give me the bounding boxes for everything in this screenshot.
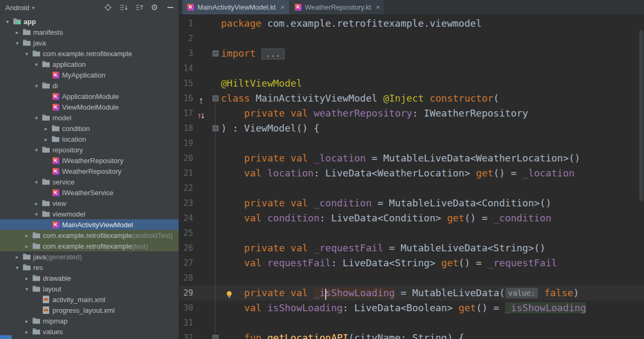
editor-tab[interactable]: KWeatherRepository.kt× — [290, 0, 385, 14]
settings-gear-icon[interactable]: ⚙ — [150, 3, 159, 12]
code-line[interactable]: 2 — [179, 31, 644, 46]
tree-item[interactable]: ▾java — [0, 37, 179, 48]
chevron-right-icon[interactable]: ▸ — [22, 233, 31, 238]
line-number[interactable]: 30 — [179, 301, 193, 315]
tree-item[interactable]: KMyApplication — [0, 70, 179, 80]
tree-item[interactable]: ▸drawable — [0, 273, 179, 283]
close-icon[interactable]: × — [280, 3, 285, 11]
code-line[interactable]: 25 — [179, 226, 644, 241]
tree-item[interactable]: ▸mipmap — [0, 315, 179, 326]
chevron-right-icon[interactable]: ▸ — [22, 329, 31, 335]
tree-item[interactable]: ▾service — [0, 176, 179, 187]
code-line[interactable]: 23 private val _condition = MutableLiveD… — [179, 196, 644, 211]
toolwindow-indicator[interactable] — [0, 335, 12, 339]
tree-item[interactable]: KIWeatherService — [0, 187, 179, 198]
line-number[interactable]: 32 — [179, 330, 193, 339]
tree-item[interactable]: ▾com.example.retrofitexample — [0, 48, 179, 59]
tree-item[interactable]: ▾repository — [0, 144, 179, 155]
hide-panel-icon[interactable] — [166, 3, 174, 12]
tree-item[interactable]: ▸com.example.retrofitexample (androidTes… — [0, 230, 179, 241]
tree-item[interactable]: ▾layout — [0, 283, 179, 294]
line-number[interactable]: 21 — [179, 166, 193, 181]
tree-item[interactable]: ▾res — [0, 262, 179, 273]
chevron-right-icon[interactable]: ▸ — [42, 136, 50, 142]
editor-scrollbar[interactable] — [639, 30, 643, 201]
project-view-selector[interactable]: Android ▾ — [5, 4, 35, 12]
tree-item[interactable]: ▾model — [0, 112, 179, 123]
code-line[interactable]: 18−) : ViewModel() { — [179, 121, 644, 136]
line-number[interactable]: 15 — [179, 76, 193, 91]
fold-icon[interactable]: − — [212, 335, 219, 339]
tree-item[interactable]: ▸condition — [0, 123, 179, 134]
line-number[interactable]: 25 — [179, 226, 193, 241]
tree-item[interactable]: KIWeatherRepository — [0, 155, 179, 166]
code-line[interactable]: 32− fun getLocationAPI(cityName: String)… — [179, 330, 644, 339]
expand-all-icon[interactable] — [119, 3, 128, 12]
code-line[interactable]: 14 — [179, 61, 644, 76]
line-number[interactable]: 22 — [179, 181, 193, 196]
chevron-right-icon[interactable]: ▸ — [22, 243, 31, 249]
code-line[interactable]: 16−class MainActivityViewModel @Inject c… — [179, 91, 644, 106]
tree-item[interactable]: ▾app — [0, 16, 179, 27]
line-number[interactable]: 14 — [179, 61, 193, 76]
chevron-right-icon[interactable]: ▸ — [32, 201, 41, 206]
code-line[interactable]: 21 val location: LiveData<WeatherLocatio… — [179, 166, 644, 181]
chevron-down-icon[interactable]: ▾ — [3, 19, 12, 25]
code-line[interactable]: 29 private val _isShowLoading = MutableL… — [179, 286, 644, 301]
tree-item[interactable]: ▸com.example.retrofitexample (test) — [0, 241, 179, 251]
tree-item[interactable]: ▾application — [0, 59, 179, 70]
chevron-right-icon[interactable]: ▸ — [22, 318, 31, 324]
tree-item[interactable]: ▸java (generated) — [0, 251, 179, 262]
code-line[interactable]: 22 — [179, 181, 644, 196]
line-number[interactable]: 17 — [179, 106, 193, 121]
line-number[interactable]: 27 — [179, 256, 193, 271]
folded-imports-chip[interactable]: ... — [262, 49, 285, 59]
close-icon[interactable]: × — [376, 3, 380, 11]
code-line[interactable]: 15@HiltViewModel — [179, 76, 644, 91]
line-number[interactable]: 31 — [179, 315, 193, 330]
chevron-right-icon[interactable]: ▸ — [42, 126, 50, 132]
code-line[interactable]: 31 — [179, 315, 644, 330]
code-line[interactable]: 1package com.example.retrofitexample.vie… — [179, 16, 644, 31]
code-line[interactable]: 20 private val _location = MutableLiveDa… — [179, 151, 644, 166]
chevron-down-icon[interactable]: ▾ — [22, 51, 31, 57]
tree-item[interactable]: ▸values — [0, 326, 179, 337]
tree-item[interactable]: ▾di — [0, 80, 179, 91]
code-line[interactable]: 17 private val weatherRepository: IWeath… — [179, 106, 644, 121]
line-number[interactable]: 20 — [179, 151, 193, 166]
line-number[interactable]: 26 — [179, 241, 193, 256]
chevron-down-icon[interactable]: ▾ — [22, 286, 31, 292]
chevron-right-icon[interactable]: ▸ — [13, 254, 21, 260]
chevron-down-icon[interactable]: ▾ — [32, 179, 41, 185]
tree-item[interactable]: KWeatherRepository — [0, 166, 179, 176]
line-number[interactable]: 28 — [179, 271, 193, 286]
tree-item[interactable]: ▾viewmodel — [0, 209, 179, 219]
tree-item[interactable]: KViewModelModule — [0, 102, 179, 112]
tree-item[interactable]: KMainActivityViewModel — [0, 219, 179, 230]
chevron-down-icon[interactable]: ▾ — [32, 83, 41, 89]
line-number[interactable]: 1 — [179, 16, 193, 31]
line-number[interactable]: 2 — [179, 31, 193, 46]
fold-icon[interactable]: − — [212, 95, 219, 102]
chevron-down-icon[interactable]: ▾ — [32, 147, 41, 153]
code-line[interactable]: 26 private val _requestFail = MutableLiv… — [179, 241, 644, 256]
line-number[interactable]: 3 — [179, 46, 193, 61]
line-number[interactable]: 24 — [179, 211, 193, 226]
fold-icon[interactable]: − — [212, 125, 219, 132]
line-number[interactable]: 19 — [179, 136, 193, 151]
code-line[interactable]: 28 — [179, 271, 644, 286]
line-number[interactable]: 16 — [179, 91, 193, 106]
chevron-down-icon[interactable]: ▾ — [32, 61, 41, 67]
line-number[interactable]: 18 — [179, 121, 193, 136]
tree-item[interactable]: activity_main.xml — [0, 294, 179, 305]
code-line[interactable]: 27 val requestFail: LiveData<String> get… — [179, 256, 644, 271]
tree-item[interactable]: ▸view — [0, 198, 179, 209]
chevron-down-icon[interactable]: ▾ — [32, 115, 41, 121]
tree-item[interactable]: progress_layout.xml — [0, 305, 179, 315]
code-line[interactable]: 3−import ... — [179, 46, 644, 61]
chevron-right-icon[interactable]: ▸ — [22, 275, 31, 281]
chevron-down-icon[interactable]: ▾ — [13, 265, 21, 271]
tree-item[interactable]: KApplicationModule — [0, 91, 179, 102]
chevron-down-icon[interactable]: ▾ — [32, 211, 41, 217]
fold-icon[interactable]: − — [212, 50, 219, 57]
